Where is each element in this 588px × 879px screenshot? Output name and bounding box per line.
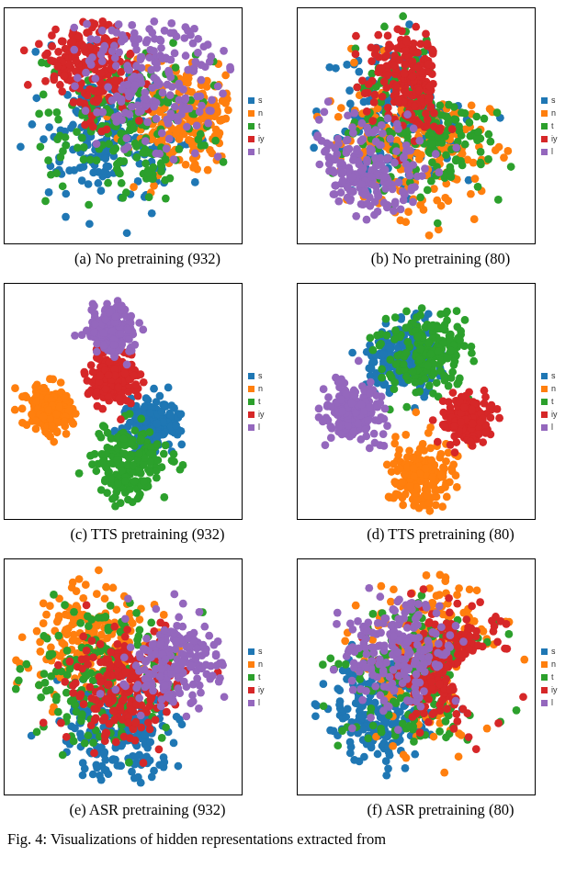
svg-point-5665	[445, 594, 453, 603]
svg-point-955	[226, 63, 234, 72]
svg-point-5127	[311, 700, 320, 708]
svg-point-987	[118, 96, 126, 104]
legend-item: iy	[248, 683, 265, 696]
svg-point-5225	[430, 733, 438, 741]
svg-point-768	[47, 56, 55, 64]
svg-point-3988	[351, 391, 359, 400]
legend-item: s	[248, 369, 265, 382]
svg-point-3381	[428, 473, 436, 481]
svg-point-705	[48, 42, 56, 51]
svg-point-4699	[140, 759, 148, 767]
svg-point-4899	[140, 645, 148, 653]
svg-point-513	[197, 130, 205, 139]
svg-point-3788	[467, 437, 475, 445]
svg-point-4109	[137, 779, 145, 787]
svg-point-3563	[440, 372, 448, 380]
svg-point-3775	[439, 409, 447, 417]
svg-point-3832	[322, 441, 330, 449]
svg-point-4921	[220, 693, 229, 701]
svg-point-1951	[406, 147, 414, 155]
legend-swatch	[541, 110, 548, 117]
svg-point-458	[175, 145, 184, 153]
svg-point-2594	[130, 426, 139, 434]
svg-point-4248	[102, 583, 110, 592]
svg-point-576	[118, 179, 126, 187]
svg-point-1961	[330, 190, 338, 198]
svg-point-3358	[449, 461, 458, 469]
svg-point-5167	[382, 772, 390, 780]
svg-point-2976	[126, 347, 134, 355]
svg-point-2778	[93, 388, 101, 396]
svg-point-484	[35, 110, 43, 118]
svg-point-1795	[425, 94, 434, 102]
svg-point-559	[44, 108, 52, 117]
svg-point-2785	[130, 372, 138, 380]
svg-point-1544	[474, 183, 482, 191]
svg-point-5660	[476, 598, 484, 606]
svg-point-1936	[331, 144, 339, 152]
svg-point-4792	[77, 691, 85, 699]
svg-point-3576	[424, 361, 432, 369]
svg-point-2590	[146, 428, 154, 436]
svg-point-3986	[339, 407, 347, 415]
svg-point-815	[82, 69, 90, 77]
legend-item: n	[248, 107, 265, 119]
svg-point-3772	[461, 392, 469, 400]
svg-point-4581	[125, 759, 133, 767]
svg-point-4218	[33, 627, 41, 636]
svg-point-919	[98, 27, 107, 35]
svg-point-5989	[362, 663, 370, 671]
svg-point-4941	[202, 649, 210, 658]
svg-point-3537	[386, 355, 394, 364]
svg-point-3915	[370, 430, 379, 438]
svg-point-2492	[91, 450, 99, 458]
svg-point-3797	[460, 403, 469, 411]
svg-point-2154	[167, 401, 175, 410]
legend-item: s	[248, 645, 265, 658]
svg-point-1695	[368, 57, 376, 65]
svg-point-4568	[81, 739, 89, 748]
svg-point-1361	[396, 217, 404, 225]
svg-point-5779	[409, 713, 417, 721]
svg-point-5780	[446, 685, 454, 693]
svg-point-562	[62, 133, 70, 141]
svg-point-4745	[123, 625, 131, 634]
svg-point-4191	[97, 776, 106, 784]
svg-point-4722	[83, 602, 91, 610]
svg-point-5325	[423, 571, 431, 580]
svg-point-2598	[130, 462, 138, 470]
svg-point-979	[181, 95, 189, 103]
svg-point-5972	[423, 603, 431, 612]
svg-point-5941	[355, 644, 363, 652]
svg-point-4930	[215, 678, 223, 686]
svg-point-1740	[363, 107, 371, 116]
panel-grid: sntiyl(a) No pretraining (932)sntiyl(b) …	[4, 7, 584, 830]
svg-point-187	[102, 163, 110, 171]
svg-point-4958	[202, 661, 210, 670]
svg-point-3484	[378, 374, 386, 382]
svg-point-218	[224, 106, 232, 114]
svg-point-4917	[189, 697, 198, 705]
svg-point-4754	[114, 640, 122, 648]
svg-point-4993	[190, 629, 198, 637]
svg-point-2455	[92, 467, 100, 475]
svg-point-5162	[342, 713, 350, 721]
svg-point-4521	[52, 696, 61, 704]
svg-point-3984	[334, 378, 343, 387]
svg-point-3719	[439, 397, 447, 405]
svg-point-5996	[379, 619, 388, 627]
svg-point-4739	[87, 694, 96, 703]
svg-point-1958	[421, 164, 429, 173]
svg-point-1426	[493, 108, 502, 117]
svg-point-1933	[363, 216, 371, 224]
svg-point-5139	[335, 686, 344, 694]
svg-point-4943	[193, 645, 201, 653]
svg-point-1163	[346, 100, 355, 108]
svg-point-2530	[179, 461, 187, 469]
svg-point-753	[89, 123, 97, 131]
svg-point-4948	[127, 643, 135, 651]
svg-point-2580	[130, 477, 139, 485]
svg-point-2762	[123, 397, 131, 405]
svg-point-2397	[50, 438, 58, 446]
svg-point-3989	[352, 409, 360, 417]
